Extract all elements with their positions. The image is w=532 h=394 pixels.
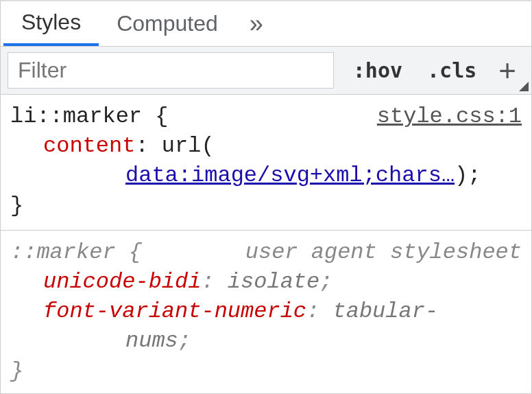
css-declaration-continuation: nums; (10, 326, 522, 356)
css-value: tabular- (332, 299, 438, 324)
semicolon: ; (319, 269, 332, 294)
close-brace: } (10, 356, 522, 386)
style-rule: li::marker { style.css:1 content: url( d… (1, 95, 531, 231)
colon: : (306, 299, 332, 324)
close-brace: } (10, 191, 522, 220)
style-rule-user-agent: ::marker { user agent stylesheet unicode… (1, 231, 531, 393)
css-declaration-continuation: data:image/svg+xml;chars…); (10, 161, 522, 190)
new-style-rule-button[interactable]: + (489, 47, 531, 94)
colon: : (135, 133, 161, 159)
tabs-row: Styles Computed » (1, 1, 531, 47)
styles-panel: Styles Computed » :hov .cls + li::marker… (0, 0, 532, 394)
cls-toggle-button[interactable]: .cls (415, 47, 489, 94)
user-agent-label: user agent stylesheet (245, 237, 522, 267)
css-property: content (43, 133, 135, 159)
css-value: nums (125, 328, 178, 354)
semicolon: ; (468, 163, 481, 188)
css-value: isolate (228, 269, 319, 294)
paren-open: ( (201, 133, 214, 159)
css-selector[interactable]: li::marker (10, 104, 142, 129)
rules-list: li::marker { style.css:1 content: url( d… (1, 95, 531, 393)
css-property: font-variant-numeric (43, 299, 306, 324)
dropdown-indicator-icon (519, 82, 529, 91)
filter-input[interactable] (8, 52, 334, 89)
data-url-link[interactable]: data:image/svg+xml;chars… (125, 163, 455, 188)
hov-toggle-button[interactable]: :hov (341, 47, 415, 94)
plus-icon: + (498, 56, 516, 86)
css-declaration[interactable]: content: url( (10, 131, 522, 161)
source-link[interactable]: style.css:1 (377, 102, 522, 131)
paren-close: ) (455, 163, 468, 188)
tabs-overflow-button[interactable]: » (236, 10, 277, 38)
css-declaration: font-variant-numeric: tabular- (10, 297, 522, 326)
css-declaration: unicode-bidi: isolate; (10, 267, 522, 297)
tab-styles[interactable]: Styles (3, 1, 99, 46)
semicolon: ; (178, 328, 191, 354)
rule-header: ::marker { user agent stylesheet (10, 237, 522, 267)
css-property: unicode-bidi (43, 269, 201, 294)
styles-toolbar: :hov .cls + (1, 47, 531, 95)
filter-wrap (1, 47, 341, 94)
css-selector: ::marker (10, 240, 116, 265)
open-brace: { (155, 104, 168, 129)
open-brace: { (129, 240, 142, 265)
url-keyword: url (162, 133, 202, 159)
tab-computed[interactable]: Computed (99, 1, 236, 46)
colon: : (201, 269, 227, 294)
rule-header: li::marker { style.css:1 (10, 102, 522, 131)
